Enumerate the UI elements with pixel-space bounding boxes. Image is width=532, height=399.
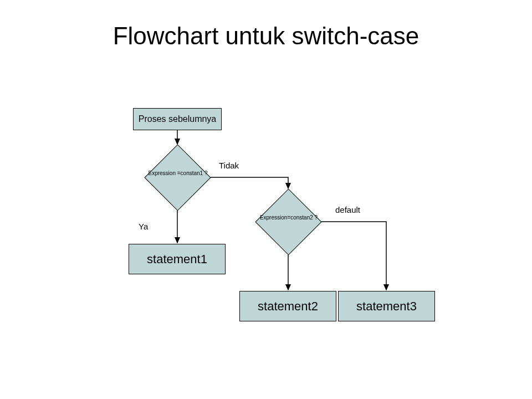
node-decision1 <box>144 144 211 211</box>
node-statement3: statement3 <box>338 291 435 321</box>
node-statement1: statement1 <box>129 244 226 274</box>
node-statement1-label: statement1 <box>147 252 207 267</box>
flowchart-connectors <box>0 0 532 399</box>
node-statement2-label: statement2 <box>258 299 318 314</box>
node-statement2: statement2 <box>239 291 336 321</box>
edge-label-tidak: Tidak <box>219 161 239 170</box>
node-decision2 <box>255 188 321 255</box>
edge-label-default: default <box>335 205 360 214</box>
edge-label-ya: Ya <box>139 222 148 231</box>
node-start: Proses sebelumnya <box>133 108 222 130</box>
node-statement3-label: statement3 <box>356 299 417 314</box>
node-start-label: Proses sebelumnya <box>139 114 217 124</box>
page-title: Flowchart untuk switch-case <box>0 22 532 50</box>
